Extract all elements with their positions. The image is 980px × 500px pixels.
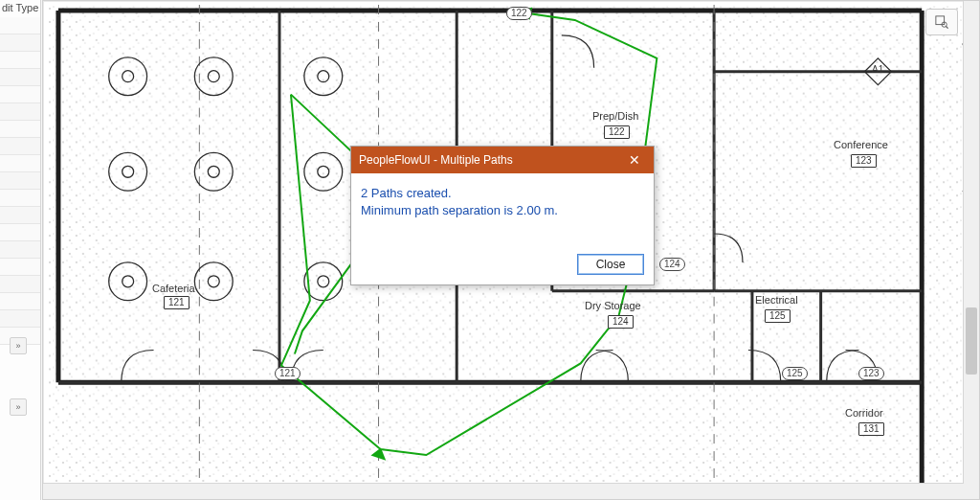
- property-row[interactable]: [0, 259, 40, 276]
- zoom-region-icon: [935, 15, 948, 29]
- property-row[interactable]: [0, 224, 40, 241]
- property-row[interactable]: [0, 52, 40, 69]
- dialog-message-line: 2 Paths created.: [361, 185, 644, 202]
- dialog-actions: Close: [351, 248, 654, 284]
- svg-rect-24: [936, 16, 945, 25]
- property-row[interactable]: [0, 241, 40, 259]
- property-row[interactable]: [0, 69, 40, 86]
- property-row[interactable]: [0, 310, 40, 328]
- dialog-titlebar[interactable]: PeopleFlowUI - Multiple Paths ✕: [351, 147, 654, 173]
- property-row[interactable]: [0, 138, 40, 155]
- properties-header: dit Type: [0, 0, 40, 15]
- property-row[interactable]: [0, 293, 40, 310]
- property-row[interactable]: [0, 155, 40, 172]
- property-row[interactable]: [0, 103, 40, 121]
- close-icon: ✕: [629, 152, 640, 168]
- multiple-paths-dialog: PeopleFlowUI - Multiple Paths ✕ 2 Paths …: [350, 146, 655, 285]
- horizontal-scrollbar[interactable]: [43, 483, 964, 499]
- vertical-scrollbar[interactable]: [963, 1, 979, 499]
- property-row[interactable]: [0, 190, 40, 207]
- svg-line-26: [946, 26, 947, 28]
- property-row[interactable]: [0, 17, 40, 34]
- collapse-section-icon[interactable]: »: [10, 398, 27, 416]
- properties-rows: [0, 17, 40, 345]
- vertical-scrollbar-thumb[interactable]: [966, 307, 977, 375]
- collapse-section-icon[interactable]: »: [10, 337, 27, 354]
- property-row[interactable]: [0, 207, 40, 224]
- dialog-close-button[interactable]: ✕: [615, 147, 654, 173]
- dialog-close-action-button[interactable]: Close: [577, 254, 644, 275]
- property-row[interactable]: [0, 276, 40, 293]
- dialog-body: 2 Paths created. Minimum path separation…: [351, 173, 654, 248]
- property-row[interactable]: [0, 172, 40, 190]
- property-row[interactable]: [0, 34, 40, 52]
- zoom-region-button[interactable]: [925, 9, 958, 35]
- property-row[interactable]: [0, 121, 40, 138]
- properties-panel: dit Type » »: [0, 0, 41, 500]
- app-root: dit Type » »: [0, 0, 980, 500]
- property-row[interactable]: [0, 86, 40, 103]
- dialog-message-line: Minimum path separation is 2.00 m.: [361, 202, 644, 219]
- dialog-title-text: PeopleFlowUI - Multiple Paths: [359, 153, 513, 167]
